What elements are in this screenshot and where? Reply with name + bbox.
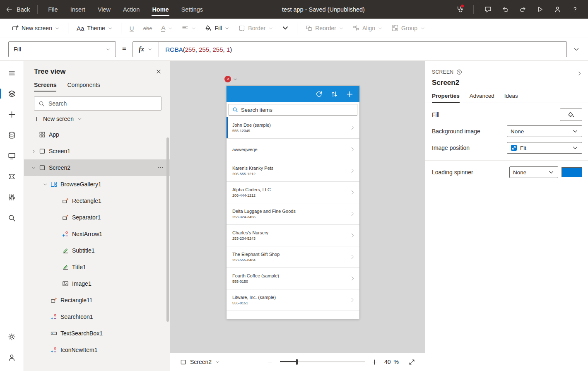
group-button[interactable]: Group [387,21,429,35]
rail-power-automate-button[interactable] [0,166,24,187]
font-color-button[interactable]: A [157,21,177,35]
rail-accessibility-button[interactable] [0,347,24,368]
chevron-right-icon[interactable] [30,149,37,154]
fx-selector[interactable]: fx [133,42,159,57]
next-arrow-icon[interactable] [349,189,356,195]
menu-file[interactable]: File [42,0,64,19]
rail-advanced-tools-button[interactable] [0,187,24,207]
next-arrow-icon[interactable] [349,125,356,131]
menu-home[interactable]: Home [146,0,175,19]
tree-item-textsearchbox1[interactable]: TextSearchBox1 [24,325,170,342]
text-align-button[interactable] [177,21,200,35]
tree-item-title1[interactable]: Title1 [24,259,170,275]
new-screen-button[interactable]: New screen [24,111,170,125]
gallery-item[interactable]: The Elephant Gift Shop253-555-8484 [227,246,359,268]
error-badge[interactable] [224,76,238,82]
tree-item-browsegallery1[interactable]: BrowseGallery1 [24,176,170,193]
formula-input[interactable]: fx RGBA(255, 255, 255, 1) [133,41,567,57]
app-checker-button[interactable] [452,2,467,17]
screen-selector[interactable]: Screen2 [180,359,220,365]
tree-item-searchicon1[interactable]: SearchIcon1 [24,308,170,325]
fill-color-button[interactable] [560,108,582,121]
tree-item-iconnewitem1[interactable]: IconNewItem1 [24,342,170,358]
next-arrow-icon[interactable] [349,168,356,174]
tree-item-app[interactable]: App [24,126,170,143]
tab-screens[interactable]: Screens [34,82,56,92]
gallery-item[interactable]: awweqweqe [227,139,359,160]
tree-item-image1[interactable]: Image1 [24,275,170,292]
gallery-item[interactable]: Alpha Coders, LLC206-444-1212 [227,182,359,203]
rail-search-button[interactable] [0,207,24,228]
text-search-box[interactable]: Search items [229,104,357,116]
loading-spinner-select[interactable]: None [509,166,558,178]
next-arrow-icon[interactable] [349,254,356,260]
rail-tree-view-button[interactable] [0,83,24,104]
phone-preview[interactable]: Search items John Doe (sample)555-12345a… [227,86,359,319]
share-button[interactable] [550,2,565,17]
gallery-item[interactable]: Adventure Works (sample) [227,311,359,319]
underline-button[interactable]: U [125,21,139,35]
tab-properties[interactable]: Properties [432,93,460,103]
rail-insert-button[interactable] [0,104,24,125]
next-arrow-icon[interactable] [349,318,356,319]
tree-item-rectangle11[interactable]: Rectangle11 [24,292,170,308]
fill-button[interactable]: Fill [200,21,234,35]
expand-formula-bar-icon[interactable] [573,46,580,53]
slider-thumb[interactable] [296,359,298,365]
gallery-item[interactable]: Karen's Kranky Pets206-555-1212 [227,160,359,182]
help-button[interactable] [567,2,582,17]
menu-insert[interactable]: Insert [64,0,92,19]
gallery-item[interactable]: Charles's Nursery253-234-5243 [227,225,359,246]
menu-settings[interactable]: Settings [175,0,209,19]
refresh-icon[interactable] [316,91,323,98]
fit-to-window-icon[interactable] [409,359,415,365]
strikethrough-button[interactable]: abe [139,21,157,35]
gallery-item[interactable]: Fourth Coffee (sample)555-0150 [227,268,359,289]
theme-button[interactable]: AaTheme [72,21,117,35]
tab-advanced[interactable]: Advanced [470,93,494,103]
more-options-icon[interactable] [157,164,164,171]
zoom-slider[interactable] [280,359,365,365]
rail-settings-button[interactable] [0,326,24,347]
gallery-item[interactable]: Litware, Inc. (sample)555-0151 [227,289,359,311]
gallery-item[interactable]: John Doe (sample)555-12345 [227,117,359,139]
zoom-in-icon[interactable] [371,359,378,365]
next-arrow-icon[interactable] [349,275,356,282]
tab-components[interactable]: Components [67,82,100,92]
tree-search-input[interactable] [48,100,157,107]
chevron-down-icon[interactable] [41,182,49,187]
spinner-color-swatch[interactable] [561,167,582,177]
zoom-out-icon[interactable] [267,359,273,365]
tree-item-screen2[interactable]: Screen2 [24,159,170,176]
sort-icon[interactable] [331,91,338,98]
comments-button[interactable] [480,2,495,17]
border-button[interactable]: Border [234,21,277,35]
rail-data-button[interactable] [0,125,24,145]
back-button[interactable]: Back [6,6,30,13]
plus-icon[interactable] [346,91,353,98]
next-arrow-icon[interactable] [349,232,356,238]
menu-action[interactable]: Action [117,0,146,19]
tree-item-subtitle1[interactable]: Subtitle1 [24,242,170,259]
formula-text[interactable]: RGBA(255, 255, 255, 1) [159,46,239,53]
tree-item-separator1[interactable]: Separator1 [24,209,170,226]
preview-app-button[interactable] [533,2,547,17]
next-arrow-icon[interactable] [349,297,356,303]
tree-item-screen1[interactable]: Screen1 [24,143,170,159]
tree-item-rectangle1[interactable]: Rectangle1 [24,193,170,209]
next-arrow-icon[interactable] [349,211,356,217]
help-icon[interactable] [456,69,462,75]
rail-media-button[interactable] [0,145,24,166]
redo-button[interactable] [515,2,530,17]
collapse-panel-icon[interactable] [577,71,582,76]
reorder-button[interactable]: Reorder [301,21,348,35]
undo-button[interactable] [498,2,513,17]
tree-scrollbar[interactable] [166,137,169,322]
tab-ideas[interactable]: Ideas [504,93,518,103]
image-position-select[interactable]: Fit [507,142,582,154]
new-screen-button[interactable]: New screen [7,21,64,35]
close-panel-icon[interactable] [156,69,161,75]
align-button[interactable]: Align [348,21,387,35]
background-image-select[interactable]: None [507,125,582,137]
chevron-down-icon[interactable] [30,166,37,170]
